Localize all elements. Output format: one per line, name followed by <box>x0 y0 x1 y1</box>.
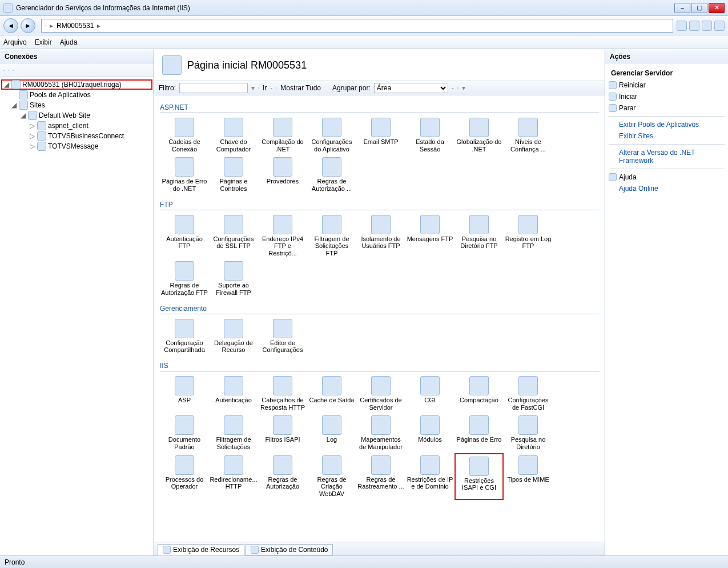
feature-item[interactable]: Cache de Saída <box>307 374 356 413</box>
expando-icon[interactable]: ▷ <box>29 142 35 150</box>
tree-child-1[interactable]: ▷ TOTVSBusinessConnect <box>1 131 152 141</box>
home-icon[interactable] <box>702 21 712 31</box>
feature-item[interactable]: CGI <box>405 374 455 413</box>
feature-item[interactable]: Autenticação <box>209 374 258 413</box>
action-help-online[interactable]: Ajuda Online <box>608 183 726 194</box>
action-help[interactable]: Ajuda <box>608 171 726 183</box>
minimize-button[interactable]: − <box>674 3 690 13</box>
feature-item[interactable]: Filtragem de Solicitações <box>209 413 258 453</box>
showall-icon[interactable] <box>276 87 277 89</box>
feature-item[interactable]: Chave do Computador <box>209 115 258 155</box>
feature-item[interactable]: Módulos <box>405 413 455 453</box>
view-mode-icon[interactable] <box>457 87 458 89</box>
feature-item[interactable]: Regras de Autorização ... <box>307 155 356 194</box>
feature-item[interactable]: Níveis de Confiança ... <box>504 115 553 155</box>
action-start[interactable]: Iniciar <box>608 91 726 102</box>
feature-item[interactable]: Configurações de FastCGI <box>504 374 553 413</box>
feature-item[interactable]: Endereço IPv4 FTP e Restriçõ... <box>258 213 307 259</box>
feature-item[interactable]: Regras de Rastreamento ... <box>356 453 405 500</box>
tree-pools[interactable]: Pools de Aplicativos <box>1 90 152 100</box>
feature-item[interactable]: Editor de Configurações <box>258 317 307 356</box>
feature-item[interactable]: Filtragem de Solicitações FTP <box>307 213 356 259</box>
feature-icon <box>175 118 194 137</box>
feature-item[interactable]: Delegação de Recurso <box>209 317 258 356</box>
feature-item[interactable]: Estado da Sessão <box>405 115 455 155</box>
feature-item[interactable]: Email SMTP <box>356 115 405 155</box>
feature-item[interactable]: Redirecioname... HTTP <box>209 453 258 500</box>
menu-view[interactable]: Exibir <box>35 38 52 46</box>
feature-item[interactable]: Tipos de MIME <box>504 453 553 500</box>
feature-item[interactable]: Regras de Autorização FTP <box>160 259 209 298</box>
forward-button[interactable]: ► <box>21 18 35 33</box>
action-link-sites[interactable]: Exibir Sites <box>608 130 726 142</box>
feature-item[interactable]: Restrições de IP e de Domínio <box>405 453 455 500</box>
feature-item[interactable]: Registro em Log FTP <box>504 213 553 259</box>
action-link-dotnet[interactable]: Alterar a Versão do .NET Framework <box>608 147 726 166</box>
tab-features[interactable]: Exibição de Recursos <box>158 544 244 555</box>
maximize-button[interactable]: ▢ <box>691 3 707 13</box>
feature-item[interactable]: Pesquisa no Diretório <box>504 413 553 453</box>
feature-item[interactable]: Restrições ISAPI e CGI <box>455 453 504 500</box>
addressbar[interactable]: ▸ RM0005531 ▸ <box>41 19 673 33</box>
feature-item[interactable]: Certificados de Servidor <box>356 374 405 413</box>
feature-item[interactable]: Compactação <box>455 374 504 413</box>
feature-item[interactable]: Filtros ISAPI <box>258 413 307 453</box>
tree-sites[interactable]: ◢ Sites <box>1 100 152 110</box>
feature-item[interactable]: Mapeamentos de Manipulador <box>356 413 405 453</box>
groupby-select[interactable]: Área <box>374 83 448 93</box>
refresh-icon[interactable] <box>677 21 687 31</box>
feature-item[interactable]: Páginas e Controles <box>209 155 258 194</box>
feature-item[interactable]: Mensagens FTP <box>405 213 455 259</box>
tree-root[interactable]: ◢ RM0005531 (BH01\raquel.rioga) <box>1 79 152 90</box>
close-button[interactable]: ✕ <box>709 3 725 13</box>
help-icon[interactable] <box>714 21 725 31</box>
menu-help[interactable]: Ajuda <box>60 38 78 46</box>
feature-item[interactable]: Configurações de SSL FTP <box>209 213 258 259</box>
showall-label[interactable]: Mostrar Tudo <box>280 84 321 92</box>
feature-item[interactable]: Páginas de Erro do .NET <box>160 155 209 194</box>
feature-item[interactable]: Processos do Operador <box>160 453 209 500</box>
connect-icon[interactable] <box>3 70 5 71</box>
feature-item[interactable]: Compilação do .NET <box>258 115 307 155</box>
action-stop[interactable]: Parar <box>608 102 726 114</box>
feature-item[interactable]: Configurações do Aplicativo <box>307 115 356 155</box>
feature-item[interactable]: Provedores <box>258 155 307 194</box>
expando-icon[interactable]: ◢ <box>10 101 17 109</box>
feature-item[interactable]: Suporte ao Firewall FTP <box>209 259 258 298</box>
feature-item[interactable]: Regras de Criação WebDAV <box>307 453 356 500</box>
folder-icon <box>37 131 46 141</box>
action-restart[interactable]: Reiniciar <box>608 79 726 91</box>
go-label[interactable]: Ir <box>263 84 267 92</box>
feature-item[interactable]: Cabeçalhos de Resposta HTTP <box>258 374 307 413</box>
delete-icon[interactable] <box>13 70 14 71</box>
expando-icon[interactable]: ▷ <box>29 132 35 140</box>
feature-item[interactable]: Log <box>307 413 356 453</box>
feature-item[interactable]: Configuração Compartilhada <box>160 317 209 356</box>
stop-icon[interactable] <box>689 21 699 31</box>
back-button[interactable]: ◄ <box>3 18 18 33</box>
feature-item[interactable]: Globalização do .NET <box>455 115 504 155</box>
menubar: Arquivo Exibir Ajuda <box>0 35 728 49</box>
feature-item[interactable]: Regras de Autorização <box>258 453 307 500</box>
main-panel: Página inicial RM0005531 Filtro: ▾ Ir - … <box>154 50 605 555</box>
action-link-pools[interactable]: Exibir Pools de Aplicativos <box>608 119 726 130</box>
save-icon[interactable] <box>8 70 9 71</box>
expando-icon[interactable]: ◢ <box>19 111 26 119</box>
tree-default-site[interactable]: ◢ Default Web Site <box>1 110 152 121</box>
tree-child-2[interactable]: ▷ TOTVSMessage <box>1 141 152 151</box>
breadcrumb-crumb[interactable]: RM0005531 <box>57 22 94 30</box>
go-icon[interactable] <box>258 87 259 89</box>
feature-item[interactable]: Páginas de Erro <box>455 413 504 453</box>
feature-item[interactable]: Autenticação FTP <box>160 213 209 259</box>
feature-item[interactable]: Pesquisa no Diretório FTP <box>455 213 504 259</box>
expando-icon[interactable]: ◢ <box>3 81 10 89</box>
feature-item[interactable]: ASP <box>160 374 209 413</box>
tree-child-0[interactable]: ▷ aspnet_client <box>1 121 152 131</box>
filter-input[interactable] <box>179 83 248 93</box>
feature-item[interactable]: Documento Padrão <box>160 413 209 453</box>
tab-content[interactable]: Exibição de Conteúdo <box>246 544 333 555</box>
expando-icon[interactable]: ▷ <box>29 122 35 130</box>
feature-item[interactable]: Cadeias de Conexão <box>160 115 209 155</box>
feature-item[interactable]: Isolamento de Usuários FTP <box>356 213 405 259</box>
menu-file[interactable]: Arquivo <box>3 38 27 46</box>
